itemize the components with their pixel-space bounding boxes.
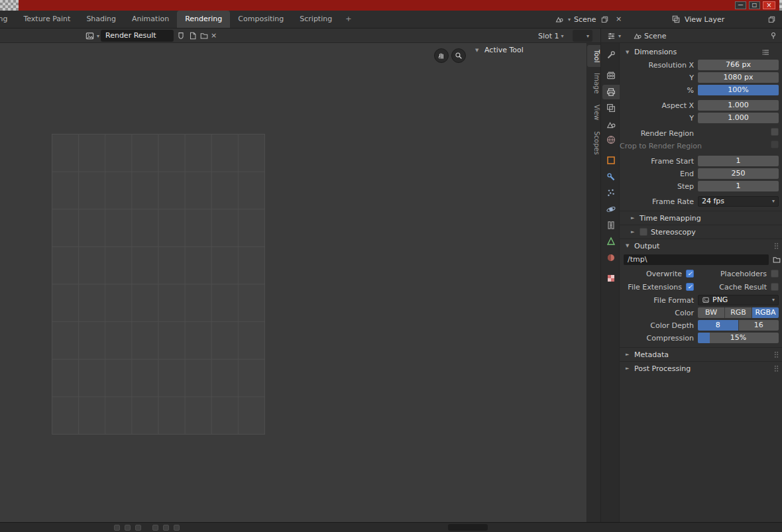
image-datablock-field[interactable]: Render Result — [101, 30, 174, 42]
properties-tab-modifiers[interactable] — [602, 170, 620, 184]
workspace-tab-animation[interactable]: Animation — [124, 11, 177, 28]
workspace-tab-uv-editing[interactable]: UV Editing — [0, 11, 15, 28]
fake-user-button[interactable] — [176, 30, 186, 42]
titlebar-bar[interactable]: — □ × — [19, 0, 779, 11]
new-scene-icon[interactable] — [600, 14, 610, 25]
panel-header-metadata[interactable]: ► Metadata — [620, 347, 782, 361]
editor-type-selector[interactable]: ▾ — [85, 30, 99, 42]
statusbar-hint-icon — [114, 525, 120, 531]
panel-grip-icon[interactable] — [774, 242, 779, 250]
workspace-tab-scripting[interactable]: Scripting — [292, 11, 340, 28]
properties-tab-view-layer[interactable] — [602, 101, 620, 115]
browse-output-path-button[interactable] — [771, 254, 782, 265]
color-depth-16[interactable]: 16 — [739, 320, 779, 331]
properties-editor-type-selector[interactable]: ▾ — [606, 30, 621, 42]
panel-grip-icon[interactable] — [774, 365, 779, 372]
file-extensions-checkbox[interactable]: ✓ — [686, 283, 694, 291]
pin-id-button[interactable] — [769, 30, 778, 42]
add-workspace-button[interactable]: + — [340, 11, 357, 28]
scene-name[interactable]: Scene — [574, 15, 596, 24]
active-tool-label: Active Tool — [484, 46, 524, 54]
color-mode-rgba[interactable]: RGBA — [752, 307, 779, 318]
panel-title: Post Processing — [634, 364, 691, 373]
new-image-button[interactable] — [188, 30, 197, 42]
presets-list-icon[interactable] — [761, 48, 771, 57]
scene-browse-icon[interactable] — [554, 14, 565, 25]
unlink-scene-icon[interactable]: × — [614, 14, 624, 25]
properties-tab-particles[interactable] — [602, 186, 620, 200]
panel-header-stereoscopy[interactable]: ► Stereoscopy — [620, 225, 782, 239]
properties-tab-scene[interactable] — [602, 117, 620, 132]
pan-gizmo[interactable] — [434, 48, 449, 63]
file-format-dropdown[interactable]: PNG ▾ — [698, 295, 779, 305]
output-path-field[interactable]: /tmp\ — [624, 254, 769, 265]
wrench-icon — [606, 172, 616, 182]
properties-tab-material[interactable] — [602, 250, 620, 265]
zoom-gizmo[interactable] — [451, 48, 466, 63]
panel-grip-icon[interactable] — [774, 351, 779, 358]
sidebar-tab-scopes[interactable]: Scopes — [587, 127, 600, 160]
resolution-percent-slider[interactable]: 100% — [698, 85, 779, 95]
material-icon — [606, 252, 616, 263]
properties-tab-world[interactable] — [602, 133, 620, 147]
frame-rate-dropdown[interactable]: 24 fps ▾ — [698, 196, 779, 207]
workspace-tab-texture-paint[interactable]: Texture Paint — [15, 11, 78, 28]
close-button[interactable]: × — [763, 1, 775, 9]
properties-tab-render[interactable] — [602, 68, 620, 83]
new-view-layer-icon[interactable] — [766, 14, 777, 25]
view-layer-name[interactable]: View Layer — [685, 15, 724, 24]
frame-start-field[interactable]: 1 — [698, 156, 779, 166]
sidebar-tab-image[interactable]: Image — [587, 68, 600, 98]
statusbar-hint-icon — [174, 525, 180, 531]
panel-header-dimensions[interactable]: ▼ Dimensions — [620, 45, 782, 59]
triangle-down-icon: ▼ — [626, 243, 631, 248]
panel-header-post-processing[interactable]: ► Post Processing — [620, 361, 782, 375]
folder-icon — [199, 31, 209, 40]
maximize-button[interactable]: □ — [749, 1, 760, 9]
cache-result-checkbox[interactable] — [771, 283, 779, 291]
workspace-tabs: UV Editing Texture Paint Shading Animati… — [0, 11, 464, 28]
overwrite-checkbox[interactable]: ✓ — [686, 270, 694, 278]
image-editor-canvas[interactable]: ▼ Active Tool — [0, 43, 587, 522]
aspect-x-field[interactable]: 1.000 — [698, 100, 779, 111]
aspect-y-field[interactable]: 1.000 — [698, 113, 779, 123]
frame-end-field[interactable]: 250 — [698, 168, 779, 179]
resolution-y-field[interactable]: 1080 px — [698, 72, 779, 83]
color-depth-8[interactable]: 8 — [698, 320, 739, 331]
properties-tab-physics[interactable] — [602, 202, 620, 217]
panel-header-time-remapping[interactable]: ► Time Remapping — [620, 211, 782, 225]
sidebar-tab-view[interactable]: View — [587, 100, 600, 125]
statusbar-field — [448, 524, 488, 531]
open-image-button[interactable] — [199, 30, 209, 42]
panel-header-output[interactable]: ▼ Output — [620, 239, 782, 252]
render-region-checkbox[interactable] — [771, 128, 779, 136]
properties-tab-object-data[interactable] — [602, 234, 620, 248]
properties-tab-texture[interactable] — [602, 271, 620, 286]
properties-tab-tool[interactable] — [602, 48, 620, 62]
render-slot-selector[interactable]: Slot 1 ▾ — [538, 30, 564, 42]
chevron-down-icon: ▾ — [561, 33, 564, 39]
properties-tab-object[interactable] — [602, 153, 620, 168]
stereoscopy-checkbox[interactable] — [640, 228, 647, 236]
aspect-y-row: Y 1.000 — [620, 112, 782, 124]
unlink-image-button[interactable]: × — [211, 30, 217, 42]
display-channels-selector[interactable]: ▾ — [573, 30, 592, 42]
color-mode-rgb[interactable]: RGB — [725, 307, 752, 318]
frame-step-field[interactable]: 1 — [698, 181, 779, 191]
minimize-button[interactable]: — — [735, 1, 746, 9]
workspace-tab-shading[interactable]: Shading — [78, 11, 124, 28]
render-region-row: Render Region — [620, 127, 782, 139]
properties-tab-constraints[interactable] — [602, 218, 620, 233]
resolution-x-field[interactable]: 766 px — [698, 60, 779, 70]
workspace-tab-rendering[interactable]: Rendering — [177, 11, 230, 28]
sidebar-tab-tool[interactable]: Tool — [587, 45, 600, 67]
properties-tab-output[interactable] — [602, 85, 620, 99]
workspace-tab-compositing[interactable]: Compositing — [230, 11, 292, 28]
active-tool-panel-header[interactable]: ▼ Active Tool — [475, 46, 524, 54]
panel-title: Output — [634, 242, 659, 250]
compression-slider[interactable]: 15% — [698, 333, 779, 343]
aspect-x-row: Aspect X 1.000 — [620, 99, 782, 111]
color-mode-bw[interactable]: BW — [698, 307, 725, 318]
placeholders-checkbox[interactable] — [771, 270, 779, 278]
crop-region-checkbox[interactable] — [771, 140, 779, 148]
